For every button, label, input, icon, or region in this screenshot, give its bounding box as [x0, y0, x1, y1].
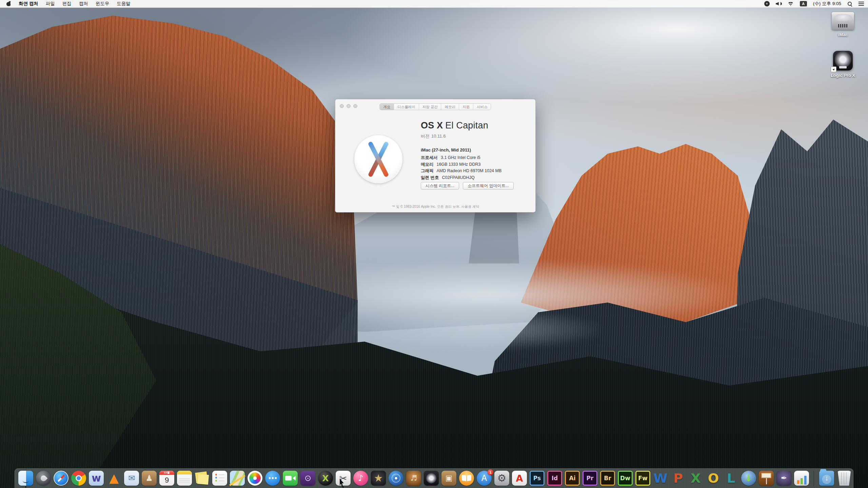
tab-displays[interactable]: 디스플레이	[394, 104, 419, 110]
dock-item-toast-titanium[interactable]: ⊙	[300, 471, 315, 488]
version-line: 버전10.11.6	[421, 133, 527, 139]
dock-item-w-browser[interactable]: w	[89, 471, 104, 488]
dock-item-screen-capture[interactable]: ✂	[336, 471, 351, 488]
dock-item-stickies[interactable]	[195, 471, 210, 488]
trash-icon	[837, 471, 852, 486]
input-source-menu[interactable]: A	[800, 0, 807, 7]
dock-item-xbmc[interactable]: X	[318, 471, 333, 488]
dock-item-calendar[interactable]: 12월9	[159, 471, 174, 488]
fan-menu-extra[interactable]: *	[764, 0, 770, 7]
numbers-icon	[794, 471, 809, 486]
input-source-icon: A	[800, 1, 807, 6]
dock-item-system-preferences[interactable]: ⚙	[494, 471, 509, 488]
dock-item-fireworks[interactable]: Fw	[635, 471, 650, 488]
menu-capture[interactable]: 캡처	[75, 0, 92, 7]
dock: w▲✉♟12월9⋯⊙X✂♪★♬▣A1⚙APsIdAiPrBrDwFwWPXOL↓…	[15, 468, 853, 488]
dock-item-bridge[interactable]: Br	[600, 471, 615, 488]
dock-item-lync[interactable]: L	[724, 471, 738, 488]
dock-item-maps[interactable]	[230, 471, 245, 488]
tab-service[interactable]: 서비스	[473, 104, 491, 110]
dock-item-facetime[interactable]	[283, 471, 298, 488]
dock-item-notes[interactable]	[177, 471, 192, 488]
dock-item-logic-pro-x[interactable]	[424, 471, 439, 488]
dock-item-app-store[interactable]: A1	[477, 471, 492, 488]
app-menu[interactable]: 화면 캡처	[15, 0, 42, 7]
notification-center-menu[interactable]	[859, 0, 864, 7]
apple-menu[interactable]	[3, 0, 15, 7]
wifi-menu-extra[interactable]	[788, 0, 794, 7]
dock-item-numbers[interactable]	[794, 471, 809, 488]
search-icon	[847, 1, 852, 6]
dock-item-illustrator[interactable]: Ai	[565, 471, 580, 488]
w-browser-icon: w	[89, 471, 104, 486]
dock-item-chrome[interactable]	[71, 471, 86, 488]
zoom-button[interactable]	[353, 104, 357, 108]
garageband-glyph: ♬	[406, 471, 421, 486]
traffic-lights	[340, 104, 357, 108]
dock-item-finder[interactable]	[18, 471, 33, 488]
photoshop-icon: Ps	[530, 471, 545, 486]
dock-item-idvd[interactable]	[389, 471, 403, 488]
dock-item-itunes[interactable]: ♪	[353, 471, 368, 488]
desktop-icon-logic-pro-x-alias[interactable]: Logic Pro X	[823, 51, 863, 78]
dock-item-word[interactable]: W	[653, 471, 668, 488]
itunes-icon: ♪	[353, 471, 368, 486]
tab-overview[interactable]: 개요	[380, 104, 394, 110]
close-button[interactable]	[340, 104, 344, 108]
menu-file[interactable]: 파일	[42, 0, 59, 7]
about-info: OS XEl Capitan 버전10.11.6 iMac (27-inch, …	[421, 120, 527, 181]
dock-item-downloader[interactable]: ↓	[741, 471, 756, 488]
software-update-button[interactable]: 소프트웨어 업데이트...	[463, 182, 513, 189]
dock-item-vlc[interactable]: ▲	[106, 471, 121, 488]
powerpoint-glyph: P	[671, 471, 686, 486]
fireworks-icon: Fw	[635, 471, 650, 486]
menu-help[interactable]: 도움말	[113, 0, 134, 7]
dock-item-indesign[interactable]: Id	[547, 471, 562, 488]
about-tabs: 개요디스플레이저장 공간메모리지원서비스	[379, 103, 491, 110]
menu-edit[interactable]: 편집	[59, 0, 75, 7]
version-value: 10.11.6	[431, 134, 446, 139]
system-preferences-glyph: ⚙	[494, 471, 509, 486]
dock-item-trash[interactable]	[837, 471, 852, 488]
photos-icon	[248, 471, 262, 486]
dock-item-contacts[interactable]: ♟	[142, 471, 157, 488]
mail-glyph: ✉	[124, 471, 139, 486]
minimize-button[interactable]	[347, 104, 351, 108]
dock-item-photoshop[interactable]: Ps	[530, 471, 545, 488]
dock-item-messages[interactable]: ⋯	[265, 471, 280, 488]
premiere-pro-icon: Pr	[583, 471, 597, 486]
dock-item-excel[interactable]: X	[688, 471, 703, 488]
desktop-icon-label: Logic Pro X	[831, 73, 855, 78]
dock-item-outlook[interactable]: O	[706, 471, 721, 488]
dock-item-mail[interactable]: ✉	[124, 471, 139, 488]
dock-item-ibooks[interactable]	[459, 471, 474, 488]
dock-item-photos[interactable]	[248, 471, 262, 488]
dock-item-powerpoint[interactable]: P	[671, 471, 686, 488]
dock-item-dreamweaver[interactable]: Dw	[618, 471, 633, 488]
dock-item-safari[interactable]	[54, 471, 68, 488]
menu-bar-clock[interactable]: (수) 오후 9:05	[813, 0, 841, 7]
dock-item-acrobat-reader[interactable]: A	[512, 471, 527, 488]
dock-item-pinboard[interactable]: ▣	[441, 471, 456, 488]
window-titlebar[interactable]: 개요디스플레이저장 공간메모리지원서비스	[335, 99, 535, 112]
system-report-button[interactable]: 시스템 리포트...	[421, 182, 459, 189]
desktop-icon-imac-drive[interactable]: iMac	[823, 12, 863, 37]
menu-window[interactable]: 윈도우	[92, 0, 113, 7]
spotlight-menu[interactable]	[847, 0, 852, 7]
fireworks-glyph: Fw	[636, 472, 649, 485]
tab-storage[interactable]: 저장 공간	[419, 104, 441, 110]
tab-support[interactable]: 지원	[459, 104, 473, 110]
imovie-glyph: ★	[371, 471, 386, 486]
dock-item-premiere-pro[interactable]: Pr	[583, 471, 597, 488]
dock-item-reminders[interactable]	[212, 471, 227, 488]
volume-menu-extra[interactable]	[776, 0, 782, 7]
dock-item-launchpad[interactable]	[36, 471, 51, 488]
system-preferences-icon: ⚙	[494, 471, 509, 486]
dock-item-downloads[interactable]	[819, 471, 834, 488]
tab-memory[interactable]: 메모리	[441, 104, 459, 110]
toast-titanium-glyph: ⊙	[300, 471, 315, 486]
dock-item-garageband[interactable]: ♬	[406, 471, 421, 488]
dock-item-imovie[interactable]: ★	[371, 471, 386, 488]
dock-item-pages[interactable]: ✒	[776, 471, 791, 488]
dock-item-keynote[interactable]	[759, 471, 774, 488]
